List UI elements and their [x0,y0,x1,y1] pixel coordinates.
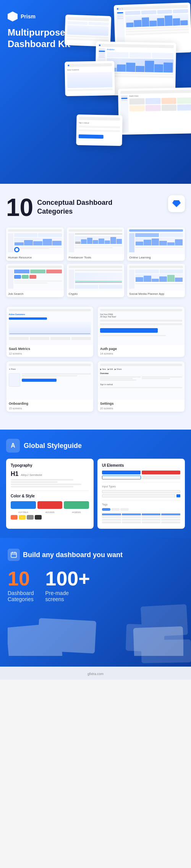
categories-gem-icon [168,195,185,212]
cta-label-categories: DashboardCategories [8,590,34,602]
cta-section: Build any dashboard you want 10 Dashboar… [0,538,191,667]
swatch-dark [35,515,42,520]
ui-btn-row1 [102,471,180,474]
ui-tag-1 [102,508,110,511]
extra-swatches [11,515,89,520]
styleguide-ui-card: UI Elements Input Types [97,459,185,529]
ui-elements-title: UI Elements [102,463,180,468]
dash-thumb-hr: Human Resource [6,227,64,261]
dash-thumb-jobs: Job Search [6,264,64,297]
dash-thumb-social-label: Social Media Planner App [127,291,185,297]
cta-title: Build any dashboard you want [23,551,123,559]
categories-number: 10 [6,195,33,220]
dashboard-grid-large: Active Customers SaaS Metrics 12 screens… [6,300,185,418]
typo-font-name: AlbpJ Semibold [21,473,42,477]
typo-item-2 [11,481,58,483]
dash-card-settings-screens: 20 screens [98,407,185,412]
styleguide-section: A Global Styleguide Typography H1 AlbpJ … [0,430,191,538]
hero-screens-container: Analytics [76,4,191,180]
cta-stats: 10 DashboardCategories 100+ Pre-madescre… [8,569,183,602]
color-label-2: #E53935 [37,511,63,513]
svg-rect-0 [11,553,16,557]
hero-section: Prism MultipurposeDashboard Kit [0,0,191,184]
ui-input-row2 [102,494,180,497]
dash-card-saas-label: SaaS Metrics [6,345,93,352]
color-label-1: #1F7BEA [11,511,36,513]
ui-btn-outline [102,476,141,479]
swatch-yellow [19,515,26,520]
hero-screen-side-3: Sign in method [76,114,122,146]
cta-stat-categories: 10 DashboardCategories [8,569,34,602]
footer: gfxtra.com [0,667,191,680]
hero-screen-3: Media Library [118,87,191,134]
categories-header: 10 Conceptual DashboardCategories [6,195,185,220]
styleguide-icon: A [6,439,20,453]
dash-thumb-freelancer: Freelancer Tools [67,227,125,261]
ui-input-row1 [102,490,180,493]
dash-card-settings-label: Settings [98,400,185,407]
ui-btn-blue [102,471,141,474]
cta-number-categories: 10 [8,569,34,588]
styleguide-title: Global Styleguide [24,442,82,450]
color-labels: #1F7BEA #E53935 #43B581 [11,511,89,513]
cta-bottom-screens [8,610,183,656]
ui-btn-red [142,471,180,474]
color-swatch-red [37,501,63,509]
color-label-3: #43B581 [64,511,89,513]
cta-calendar-icon [8,549,20,561]
dash-thumb-crypto: Crypto [67,264,125,297]
styleguide-grid: Typography H1 AlbpJ Semibold Color & Sty… [6,459,185,529]
cta-label-screens: Pre-madescreens [45,590,90,602]
color-title: Color & Style [11,494,89,498]
ui-input-2 [102,494,175,497]
swatch-orange [11,515,18,520]
cta-header: Build any dashboard you want [8,549,183,561]
dash-thumb-crypto-label: Crypto [67,291,125,297]
typo-item-4 [11,486,73,487]
hero-screen-side-2: Active Customers [65,61,115,96]
ui-table-mock [102,513,180,524]
ui-btn-row2 [102,476,180,479]
dashboard-grid-row2: Job Search Crypto [6,264,185,297]
dash-card-onboarding: ✦ Prism Onboarding 15 screens [6,361,94,412]
dash-thumb-freelancer-label: Freelancer Tools [67,254,125,261]
cta-number-screens: 100+ [45,569,90,588]
ui-btn-gray [142,476,180,479]
dash-card-auth: Get Your FREE30 Days Trial Now! Auth pag… [97,306,185,357]
dash-card-auth-screens: 14 screens [98,352,185,357]
dash-thumb-learning-label: Online Learning [127,254,185,261]
dash-card-onboarding-screens: 15 screens [6,407,93,412]
color-swatch-green [64,501,89,509]
typo-item-3 [11,484,81,485]
dash-card-saas-screens: 12 screens [6,352,93,357]
brand-name: Prism [21,13,36,20]
categories-label: Conceptual DashboardCategories [37,198,112,216]
dash-thumb-hr-label: Human Resource [6,254,64,261]
ui-input-btn [176,494,180,497]
dash-thumb-learning: Online Learning [127,227,185,261]
dash-card-onboarding-label: Onboarding [6,400,93,407]
typo-item-1 [11,479,73,481]
brand-gem-icon [8,11,18,21]
dash-card-settings: ▶ New ▶ Edit ▶ Share Overview Sign in me… [97,361,185,412]
dash-card-saas: Active Customers SaaS Metrics 12 screens [6,306,94,357]
dash-thumb-jobs-label: Job Search [6,291,64,297]
gem-shape [172,200,181,207]
dashboard-grid-row1: Human Resource [6,227,185,261]
dash-card-auth-label: Auth page [98,345,185,352]
cta-stat-screens: 100+ Pre-madescreens [45,569,90,602]
color-swatches [11,501,89,509]
swatch-gray [27,515,34,520]
dash-thumb-social: Social Media Planner App [127,264,185,297]
styleguide-header: A Global Styleguide [6,439,185,453]
ui-tag-2 [111,508,120,511]
color-swatch-blue [11,501,36,509]
ui-input-1 [102,490,180,493]
typo-title: Typography [11,463,89,468]
ui-elements-list: Input Types Tags [102,471,180,524]
typo-h1-label: H1 [11,471,18,477]
footer-watermark: gfxtra.com [87,672,104,676]
ui-tag-3 [120,508,129,511]
categories-section: 10 Conceptual DashboardCategories [0,184,191,430]
styleguide-typo-color-card: Typography H1 AlbpJ Semibold Color & Sty… [6,459,94,529]
